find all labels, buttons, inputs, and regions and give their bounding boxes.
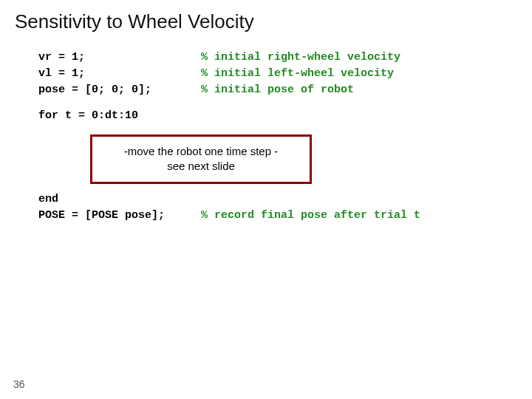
callout-line: see next slide xyxy=(98,159,304,174)
code-comment: % record final pose after trial t xyxy=(201,208,420,224)
callout-line: -move the robot one time step - xyxy=(98,144,304,159)
code-comment: % initial pose of robot xyxy=(201,82,354,98)
code-line-vr: vr = 1; % initial right-wheel velocity xyxy=(38,50,517,66)
spacer xyxy=(38,98,517,108)
callout-wrap: -move the robot one time step - see next… xyxy=(90,134,517,184)
slide-title: Sensitivity to Wheel Velocity xyxy=(15,10,517,33)
code-comment: % initial right-wheel velocity xyxy=(201,50,400,66)
code-text: pose = [0; 0; 0]; xyxy=(38,82,201,98)
code-text: vr = 1; xyxy=(38,50,201,66)
code-line-for: for t = 0:dt:10 xyxy=(38,108,517,124)
code-text: POSE = [POSE pose]; xyxy=(38,208,201,224)
page-number: 36 xyxy=(13,378,25,390)
code-text: vl = 1; xyxy=(38,66,201,82)
code-line-end: end xyxy=(38,191,517,208)
code-line-vl: vl = 1; % initial left-wheel velocity xyxy=(38,66,517,82)
code-text: end xyxy=(38,191,201,208)
code-comment: % initial left-wheel velocity xyxy=(201,66,394,82)
code-line-record: POSE = [POSE pose]; % record final pose … xyxy=(38,208,517,224)
code-line-pose: pose = [0; 0; 0]; % initial pose of robo… xyxy=(38,82,517,98)
code-text: for t = 0:dt:10 xyxy=(38,108,201,124)
slide: Sensitivity to Wheel Velocity vr = 1; % … xyxy=(0,0,532,399)
callout-box: -move the robot one time step - see next… xyxy=(90,134,312,184)
code-listing: vr = 1; % initial right-wheel velocity v… xyxy=(38,50,517,224)
